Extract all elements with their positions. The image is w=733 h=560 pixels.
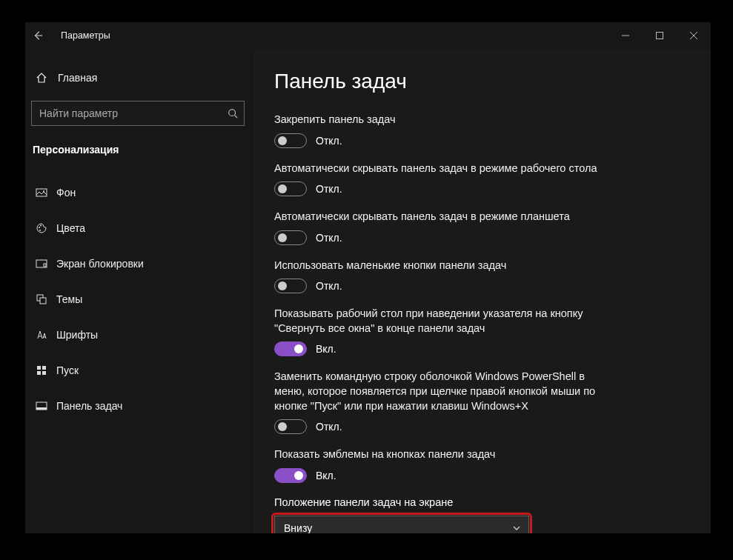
sidebar-item-taskbar[interactable]: Панель задач <box>25 388 253 424</box>
start-icon <box>34 364 49 376</box>
sidebar-item-lockscreen[interactable]: Экран блокировки <box>25 246 253 281</box>
toggle-knob <box>294 344 303 353</box>
setting-row: Закрепить панель задачОткл. <box>274 113 694 148</box>
toggle-knob <box>294 471 303 480</box>
setting-label: Заменить командную строку оболочкой Wind… <box>274 370 600 413</box>
taskbar-icon <box>34 400 49 412</box>
toggle-state-text: Откл. <box>316 135 342 147</box>
toggle-row: Откл. <box>274 230 694 245</box>
toggle-row: Откл. <box>274 419 694 434</box>
svg-rect-13 <box>37 371 41 375</box>
toggle-state-text: Откл. <box>316 421 342 433</box>
toggle-knob <box>278 281 287 290</box>
sidebar-item-label: Шрифты <box>56 329 98 341</box>
setting-row: Использовать маленькие кнопки панели зад… <box>274 259 694 294</box>
search-icon <box>228 108 238 119</box>
svg-rect-10 <box>40 298 46 304</box>
toggle-switch[interactable] <box>274 133 307 148</box>
picture-icon <box>34 187 49 199</box>
lockscreen-icon <box>34 258 49 270</box>
sidebar-item-label: Темы <box>56 293 82 305</box>
setting-label: Автоматически скрывать панель задач в ре… <box>274 210 600 224</box>
home-icon <box>34 72 49 84</box>
position-label: Положение панели задач на экране <box>274 496 694 508</box>
setting-label: Автоматически скрывать панель задач в ре… <box>274 161 600 176</box>
sidebar-item-label: Пуск <box>56 364 79 376</box>
fonts-icon <box>34 329 49 341</box>
close-button[interactable] <box>677 22 711 49</box>
themes-icon <box>34 293 49 305</box>
toggle-row: Откл. <box>274 133 694 148</box>
dropdown-value: Внизу <box>284 522 312 533</box>
chevron-down-icon <box>512 524 521 533</box>
settings-window: Параметры Главная <box>25 22 711 533</box>
toggle-knob <box>278 422 287 431</box>
back-button[interactable] <box>25 22 50 49</box>
toggle-switch[interactable] <box>274 181 307 196</box>
svg-point-3 <box>43 190 44 192</box>
minimize-button[interactable] <box>608 22 643 49</box>
svg-rect-14 <box>42 371 46 375</box>
setting-row: Показать эмблемы на кнопках панели задач… <box>274 447 694 483</box>
toggle-switch[interactable] <box>274 230 307 245</box>
titlebar: Параметры <box>25 22 711 49</box>
window-title: Параметры <box>61 30 110 41</box>
toggle-knob <box>278 233 287 242</box>
toggle-state-text: Откл. <box>316 232 342 244</box>
taskbar-position-dropdown[interactable]: Внизу <box>274 516 529 533</box>
toggle-switch[interactable] <box>274 341 307 356</box>
sidebar-item-start[interactable]: Пуск <box>25 353 253 388</box>
sidebar-item-label: Панель задач <box>56 400 122 412</box>
minimize-icon <box>622 32 629 39</box>
sidebar-item-fonts[interactable]: Шрифты <box>25 317 253 353</box>
setting-label: Показывать рабочий стол при наведении ук… <box>274 307 600 336</box>
setting-row: Автоматически скрывать панель задач в ре… <box>274 161 694 197</box>
maximize-button[interactable] <box>643 22 677 49</box>
toggle-state-text: Откл. <box>316 183 342 195</box>
toggle-knob <box>278 184 287 193</box>
toggle-row: Вкл. <box>274 341 694 356</box>
toggle-row: Откл. <box>274 279 694 293</box>
toggle-switch[interactable] <box>274 279 307 293</box>
svg-rect-0 <box>657 33 663 39</box>
content-area: Панель задач Закрепить панель задачОткл.… <box>253 49 711 533</box>
svg-point-5 <box>40 225 42 227</box>
svg-rect-16 <box>36 407 47 410</box>
svg-rect-2 <box>36 189 47 196</box>
toggle-state-text: Вкл. <box>316 343 336 355</box>
sidebar-item-background[interactable]: Фон <box>25 175 253 210</box>
search-input[interactable] <box>39 107 228 119</box>
toggle-state-text: Вкл. <box>316 470 336 481</box>
toggle-switch[interactable] <box>274 468 307 483</box>
toggle-row: Вкл. <box>274 468 694 483</box>
toggle-switch[interactable] <box>274 419 307 434</box>
svg-rect-11 <box>37 366 41 370</box>
svg-point-4 <box>39 227 40 228</box>
svg-rect-12 <box>42 366 46 370</box>
maximize-icon <box>656 32 663 39</box>
arrow-left-icon <box>33 30 43 41</box>
toggle-knob <box>278 136 287 145</box>
sidebar-item-label: Фон <box>56 187 76 199</box>
sidebar-home-label: Главная <box>58 72 97 84</box>
setting-row: Заменить командную строку оболочкой Wind… <box>274 370 694 434</box>
page-title: Панель задач <box>274 70 694 93</box>
setting-label: Использовать маленькие кнопки панели зад… <box>274 259 600 273</box>
setting-row: Автоматически скрывать панель задач в ре… <box>274 210 694 245</box>
sidebar-item-themes[interactable]: Темы <box>25 281 253 317</box>
sidebar: Главная Персонализация Фон <box>25 49 253 533</box>
sidebar-item-label: Цвета <box>56 222 85 234</box>
palette-icon <box>34 222 49 234</box>
close-icon <box>690 32 697 39</box>
toggle-state-text: Откл. <box>316 280 342 292</box>
search-box[interactable] <box>31 101 245 126</box>
toggle-row: Откл. <box>274 181 694 196</box>
svg-rect-8 <box>44 264 46 267</box>
svg-point-6 <box>39 230 41 231</box>
sidebar-nav: Фон Цвета Экран блокировки <box>25 175 253 424</box>
setting-row: Показывать рабочий стол при наведении ук… <box>274 307 694 356</box>
sidebar-section-title: Персонализация <box>25 139 253 164</box>
sidebar-item-colors[interactable]: Цвета <box>25 210 253 246</box>
sidebar-home[interactable]: Главная <box>25 62 253 93</box>
setting-label: Закрепить панель задач <box>274 113 600 127</box>
